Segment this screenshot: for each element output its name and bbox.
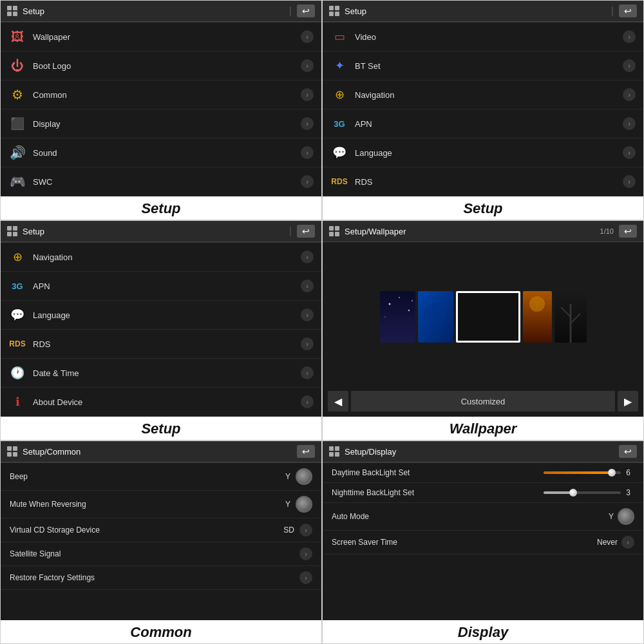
- arrow-icon: ›: [623, 117, 636, 130]
- menu-label: BT Set: [355, 61, 623, 71]
- arrow-icon: ›: [301, 308, 314, 321]
- sound-icon: 🔊: [8, 144, 26, 162]
- wallpaper-thumb-4[interactable]: [523, 291, 552, 343]
- menu-label: Boot Logo: [33, 61, 301, 71]
- svg-point-10: [529, 296, 545, 312]
- menu-item-language2[interactable]: 💬 Language ›: [1, 301, 321, 330]
- display-item-daytime: Daytime BackLight Set 6: [323, 463, 643, 483]
- next-button[interactable]: ▶: [618, 391, 638, 412]
- nighttime-slider[interactable]: [544, 488, 621, 497]
- menu-item-apn[interactable]: 3G APN ›: [323, 109, 643, 138]
- arrow-icon: ›: [299, 571, 312, 584]
- arrow-icon: ›: [623, 175, 636, 188]
- menu-item-apn2[interactable]: 3G APN ›: [1, 272, 321, 301]
- header-wallpaper: Setup/Wallpaper 1/10 ↩: [323, 221, 643, 242]
- item-label: Restore Factory Settings: [10, 573, 299, 582]
- back-button[interactable]: ↩: [619, 5, 637, 17]
- menu-item-language[interactable]: 💬 Language ›: [323, 138, 643, 167]
- menu-item-rds[interactable]: RDS RDS ›: [323, 167, 643, 196]
- menu-label: About Device: [33, 397, 301, 407]
- back-button[interactable]: ↩: [297, 225, 315, 238]
- arrow-icon: ›: [301, 117, 314, 130]
- toggle-button[interactable]: [618, 508, 634, 525]
- menu-item-datetime[interactable]: 🕐 Date & Time ›: [1, 359, 321, 388]
- panel-display: Setup/Display ↩ Daytime BackLight Set 6 …: [322, 440, 644, 644]
- panel-label-wallpaper: Wallpaper: [450, 417, 517, 440]
- item-value: 6: [626, 468, 630, 477]
- common-item-mute: Mute When Reversing Y: [1, 491, 321, 518]
- menu-item-navigation2[interactable]: ⊕ Navigation ›: [1, 243, 321, 272]
- swc-icon: 🎮: [8, 173, 26, 191]
- arrow-icon: ›: [301, 395, 314, 408]
- arrow-icon[interactable]: ›: [621, 536, 634, 549]
- common-item-beep: Beep Y: [1, 463, 321, 491]
- divider: |: [611, 5, 614, 17]
- back-button[interactable]: ↩: [297, 5, 315, 17]
- back-button[interactable]: ↩: [619, 225, 637, 238]
- main-grid: Setup | ↩ 🖼 Wallpaper › ⏻ Boot Logo › ⚙ …: [0, 0, 644, 644]
- panel-label-setup3: Setup: [141, 417, 180, 440]
- back-button[interactable]: ↩: [619, 445, 637, 458]
- panel-label-setup1: Setup: [141, 196, 180, 220]
- wallpaper-icon: 🖼: [8, 28, 26, 46]
- menu-item-swc[interactable]: 🎮 SWC ›: [1, 167, 321, 196]
- toggle-button[interactable]: [296, 496, 312, 513]
- grid-icon: [329, 446, 339, 457]
- arrow-icon: ›: [301, 337, 314, 350]
- item-value: Y: [609, 512, 614, 521]
- display-item-screensaver: Screen Saver Time Never ›: [323, 531, 643, 554]
- item-value: SD: [283, 526, 294, 535]
- lang-icon: 💬: [8, 306, 26, 324]
- common-item-restore[interactable]: Restore Factory Settings ›: [1, 566, 321, 590]
- svg-point-3: [408, 309, 409, 310]
- screen-display: Setup/Display ↩ Daytime BackLight Set 6 …: [323, 441, 643, 620]
- item-label: Beep: [10, 472, 285, 481]
- grid-icon: [329, 6, 339, 16]
- wallpaper-thumb-1[interactable]: [380, 291, 415, 343]
- panel-wallpaper: Setup/Wallpaper 1/10 ↩: [322, 220, 644, 440]
- screen-wallpaper: Setup/Wallpaper 1/10 ↩: [323, 221, 643, 417]
- apn-icon: 3G: [8, 277, 26, 295]
- toggle-button[interactable]: [296, 468, 312, 485]
- panel-setup1: Setup | ↩ 🖼 Wallpaper › ⏻ Boot Logo › ⚙ …: [0, 0, 322, 220]
- prev-button[interactable]: ◀: [328, 391, 348, 412]
- grid-icon: [7, 226, 17, 236]
- arrow-icon[interactable]: ›: [299, 524, 312, 536]
- menu-item-bootlogo[interactable]: ⏻ Boot Logo ›: [1, 52, 321, 80]
- menu-item-display[interactable]: ⬛ Display ›: [1, 109, 321, 138]
- display-item-automode: Auto Mode Y: [323, 503, 643, 531]
- wallpaper-thumb-2[interactable]: [418, 291, 453, 343]
- common-item-satellite[interactable]: Satellite Signal ›: [1, 542, 321, 566]
- svg-rect-8: [458, 293, 520, 343]
- menu-item-rds2[interactable]: RDS RDS ›: [1, 330, 321, 359]
- item-value: 3: [626, 488, 630, 497]
- menu-item-common[interactable]: ⚙ Common ›: [1, 80, 321, 109]
- menu-item-video[interactable]: ▭ Video ›: [323, 23, 643, 52]
- menu-item-aboutdevice[interactable]: ℹ About Device ›: [1, 388, 321, 417]
- panel-label-common: Common: [130, 620, 191, 643]
- wallpaper-thumb-selected[interactable]: [456, 291, 520, 343]
- daytime-slider[interactable]: [544, 468, 621, 477]
- rds-icon: RDS: [8, 335, 26, 353]
- customized-label: Customized: [351, 391, 615, 412]
- menu-label: Navigation: [33, 252, 301, 262]
- menu-label: RDS: [355, 177, 623, 187]
- header-setup2: Setup | ↩: [323, 1, 643, 22]
- display-icon: ⬛: [8, 115, 26, 133]
- item-value: Y: [285, 500, 290, 509]
- panel-setup3: Setup | ↩ ⊕ Navigation › 3G APN › 💬 Lang…: [0, 220, 322, 440]
- rds-icon: RDS: [330, 173, 348, 191]
- menu-item-sound[interactable]: 🔊 Sound ›: [1, 138, 321, 167]
- screen-setup1: Setup | ↩ 🖼 Wallpaper › ⏻ Boot Logo › ⚙ …: [1, 1, 321, 196]
- screen-title: Setup: [23, 6, 289, 16]
- back-button[interactable]: ↩: [297, 445, 315, 458]
- menu-item-wallpaper[interactable]: 🖼 Wallpaper ›: [1, 23, 321, 52]
- menu-item-btset[interactable]: ✦ BT Set ›: [323, 52, 643, 80]
- menu-item-navigation[interactable]: ⊕ Navigation ›: [323, 80, 643, 109]
- wallpaper-thumb-5[interactable]: [554, 291, 587, 343]
- wallpaper-nav: ◀ Customized ▶: [328, 391, 638, 412]
- arrow-icon: ›: [301, 175, 314, 188]
- common-icon: ⚙: [8, 86, 26, 104]
- wallpaper-gallery: [328, 247, 638, 386]
- lang-icon: 💬: [330, 144, 348, 162]
